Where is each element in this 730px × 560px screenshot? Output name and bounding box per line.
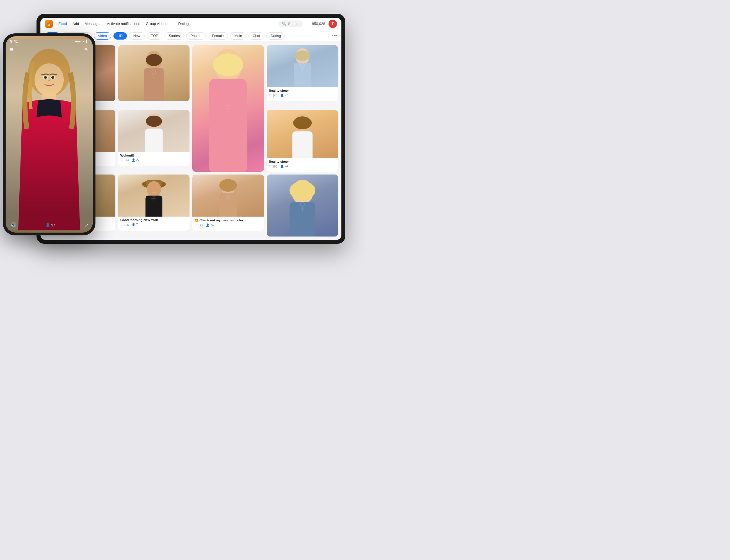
expand-icon[interactable]: ⤢ xyxy=(84,222,88,228)
phone-device: 9:41 ●●● ▲ ▌ ≡ ✕ 🔊 👤 37 ⤢ xyxy=(3,33,95,235)
nav-add[interactable]: Add xyxy=(72,22,79,26)
signal-icon: ●●● xyxy=(75,40,81,43)
phone-time: 9:41 xyxy=(10,39,18,43)
viewers-icon: 👤 xyxy=(45,223,50,227)
filter-photos[interactable]: Photos xyxy=(186,32,205,40)
viewers-7: 👤 74 xyxy=(206,223,214,227)
svg-point-26 xyxy=(147,181,161,198)
filter-dating[interactable]: Dating xyxy=(266,32,285,40)
likes-stat: ♡ 144 xyxy=(269,93,277,97)
svg-point-36 xyxy=(289,181,315,200)
filter-new[interactable]: New xyxy=(129,32,145,40)
viewers-6: 👤 74 xyxy=(132,223,139,226)
nav-group-videochat[interactable]: Group videochat xyxy=(146,22,172,26)
card-info-8: Reality show ♡ 195 👤 74 xyxy=(267,158,338,170)
follower-count: 850,028 xyxy=(312,22,325,26)
svg-point-17 xyxy=(146,116,162,127)
user-avatar[interactable]: T xyxy=(328,20,337,28)
svg-point-33 xyxy=(293,116,312,129)
nav-right-section: 850,028 T xyxy=(312,20,337,28)
card-blonde-blue[interactable] xyxy=(267,175,338,237)
card-stats-8: ♡ 195 👤 74 xyxy=(269,164,336,168)
nav-feed[interactable]: Feed xyxy=(58,22,67,26)
viewer-count: 👤 37 xyxy=(45,223,55,227)
sound-icon[interactable]: 🔊 xyxy=(10,222,16,228)
phone-status-icons: ●●● ▲ ▌ xyxy=(75,40,88,43)
app-logo-icon[interactable]: 🔥 xyxy=(45,20,53,28)
svg-rect-7 xyxy=(209,79,247,172)
nav-dating[interactable]: Dating xyxy=(178,22,189,26)
card-title-7: 😍 Check out my new hair color xyxy=(194,218,262,222)
card-title-3: Wokout!! xyxy=(120,154,187,157)
phone-overlay xyxy=(6,36,93,233)
svg-rect-27 xyxy=(145,196,162,217)
search-icon: 🔍 xyxy=(282,22,286,26)
card-reality-show-1[interactable]: Reality show ♡ 144 👤 27 xyxy=(267,45,338,101)
card-reality-show-2[interactable]: Reality show ♡ 195 👤 74 xyxy=(267,110,338,172)
card-title-6: Good morning New York xyxy=(120,218,187,222)
wifi-icon: ▲ xyxy=(82,40,85,43)
filter-top[interactable]: TOP xyxy=(147,32,162,40)
likes-8: ♡ 195 xyxy=(269,164,277,168)
card-stats: ♡ 144 👤 27 xyxy=(269,93,336,97)
nav-activate-notifications[interactable]: Activate notifications xyxy=(107,22,140,26)
svg-rect-35 xyxy=(289,202,315,237)
filter-male[interactable]: Male xyxy=(230,32,246,40)
viewers-3: 👤 27 xyxy=(132,158,139,162)
card-tall-blonde[interactable] xyxy=(192,45,264,172)
filter-female[interactable]: Female xyxy=(208,32,228,40)
card-title-8: Reality show xyxy=(269,160,336,163)
phone-status-bar: 9:41 ●●● ▲ ▌ xyxy=(10,39,88,43)
svg-rect-4 xyxy=(144,68,164,101)
card-stats-7: ♡ 195 👤 74 xyxy=(194,223,262,227)
card-info-6: Good morning New York ♡ 195 👤 74 xyxy=(118,217,190,229)
search-placeholder: Search xyxy=(288,22,299,26)
card-good-morning[interactable]: Good morning New York ♡ 195 👤 74 xyxy=(118,175,190,231)
nav-messages[interactable]: Messages xyxy=(84,22,101,26)
card-title: Reality show xyxy=(269,89,336,92)
filter-hd[interactable]: HD xyxy=(113,32,127,40)
svg-rect-10 xyxy=(294,63,311,88)
svg-rect-32 xyxy=(292,131,312,158)
card-info: Reality show ♡ 144 👤 27 xyxy=(267,87,338,99)
filter-stories[interactable]: Stories xyxy=(164,32,184,40)
viewers-stat: 👤 27 xyxy=(280,93,288,97)
card-stats-3: ♡ 144 👤 27 xyxy=(120,158,187,162)
close-icon[interactable]: ✕ xyxy=(84,46,88,52)
phone-screen: 9:41 ●●● ▲ ▌ ≡ ✕ 🔊 👤 37 ⤢ xyxy=(6,36,93,233)
search-bar[interactable]: 🔍 Search xyxy=(278,20,303,27)
battery-icon: ▌ xyxy=(86,40,88,43)
filter-video[interactable]: Video xyxy=(94,32,111,40)
svg-rect-29 xyxy=(219,193,237,217)
phone-controls: ≡ ✕ xyxy=(10,46,88,52)
viewers-8: 👤 74 xyxy=(280,164,288,168)
svg-point-30 xyxy=(219,179,237,192)
svg-point-8 xyxy=(213,53,243,76)
card-stats-6: ♡ 195 👤 74 xyxy=(120,223,187,226)
card-hair-color[interactable]: 😍 Check out my new hair color ♡ 195 👤 74 xyxy=(192,175,264,231)
hamburger-menu-icon[interactable]: ≡ xyxy=(10,47,13,52)
likes-7: ♡ 195 xyxy=(194,223,203,227)
likes-6: ♡ 195 xyxy=(120,223,129,226)
card-info-7: 😍 Check out my new hair color ♡ 195 👤 74 xyxy=(192,217,264,229)
more-filters-icon[interactable]: ••• xyxy=(331,33,337,39)
likes-3: ♡ 144 xyxy=(120,158,129,162)
svg-point-11 xyxy=(294,51,310,61)
svg-point-5 xyxy=(146,54,162,66)
svg-rect-16 xyxy=(145,128,163,152)
filter-chat[interactable]: Chat xyxy=(248,32,264,40)
card-wokout[interactable]: Wokout!! ♡ 144 👤 27 xyxy=(118,110,190,166)
viewers-number: 37 xyxy=(51,223,55,227)
card-info-3: Wokout!! ♡ 144 👤 27 xyxy=(118,152,190,164)
tablet-navbar: 🔥 Feed Add Messages Activate notificatio… xyxy=(40,18,341,30)
phone-bottom-controls: 🔊 👤 37 ⤢ xyxy=(10,222,88,228)
card-tan-sweater[interactable] xyxy=(118,45,190,101)
